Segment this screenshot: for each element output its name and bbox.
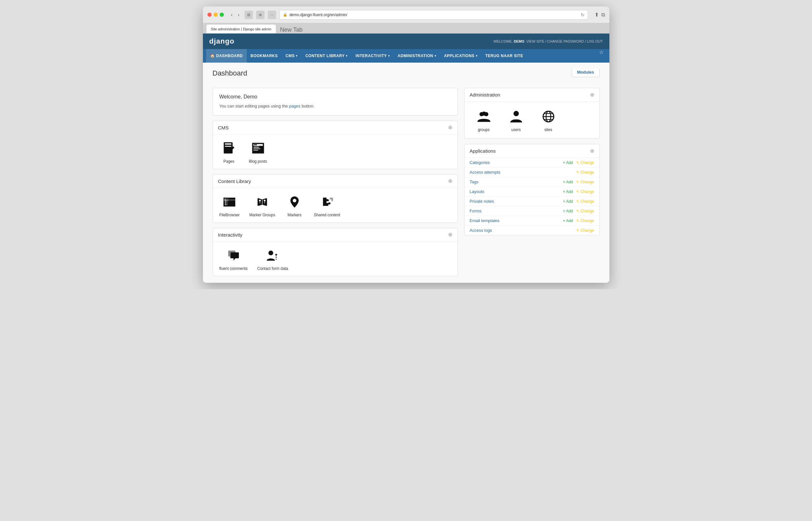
tab-title: Site administration | Django site admin <box>211 27 272 31</box>
nav-content-library[interactable]: CONTENT LIBRARY ▾ <box>302 49 352 63</box>
shared-content-icon-box <box>319 194 335 210</box>
applications-widget-close[interactable]: ⊗ <box>590 149 594 154</box>
app-add-categories[interactable]: + Add <box>563 160 573 165</box>
content-library-title: Content Library <box>218 179 251 184</box>
marker-groups-icon-item[interactable]: Marker Groups <box>249 194 275 217</box>
blog-posts-icon-box: NEWS <box>250 140 266 157</box>
welcome-title: Welcome, Demo <box>219 94 451 100</box>
nav-interactivity[interactable]: INTERACTIVITY ▾ <box>352 49 394 63</box>
app-add-private-notes[interactable]: + Add <box>563 199 573 204</box>
welcome-text-before: You can start editing pages using the <box>219 104 288 109</box>
pages-icon-box <box>221 140 237 157</box>
interactivity-close[interactable]: ⊗ <box>448 232 452 237</box>
forward-button[interactable]: › <box>236 11 241 19</box>
app-name-categories[interactable]: Categories <box>470 160 563 165</box>
svg-point-22 <box>259 200 261 201</box>
fluent-comments-icon-item[interactable]: fluent comments <box>219 247 248 271</box>
modules-button[interactable]: Modules <box>572 69 600 77</box>
app-change-private-notes[interactable]: ✎ Change <box>576 199 594 204</box>
app-change-layouts[interactable]: ✎ Change <box>576 189 594 194</box>
url-bar[interactable]: 🔒 demo.django-fluent.org/en/admin/ ↻ <box>279 10 588 20</box>
app-name-private-notes[interactable]: Private notes <box>470 199 563 204</box>
app-name-layouts[interactable]: Layouts <box>470 189 563 194</box>
new-tab-button[interactable]: New Tab <box>278 26 305 33</box>
app-name-email-templates[interactable]: Email templates <box>470 218 563 223</box>
users-icon <box>509 109 523 123</box>
app-add-tags[interactable]: + Add <box>563 180 573 184</box>
sites-icon-box <box>540 108 557 125</box>
star-icon[interactable]: ☆ <box>597 49 606 63</box>
administration-widget-close[interactable]: ⊗ <box>590 92 594 97</box>
shared-content-icon-item[interactable]: Shared content <box>314 194 340 217</box>
app-name-forms[interactable]: Forms <box>470 208 563 213</box>
interactivity-header: Interactivity ⊗ <box>213 228 457 242</box>
app-row: Access logs✎ Change <box>464 226 599 235</box>
admin-header: django WELCOME, DEMO. VIEW SITE / CHANGE… <box>203 33 610 49</box>
filebrowser-icon-item[interactable]: FileBrowser <box>219 194 240 217</box>
nav-terug[interactable]: TERUG NAAR SITE <box>481 49 527 63</box>
welcome-box: Welcome, Demo You can start editing page… <box>213 88 458 116</box>
sites-icon-item[interactable]: sites <box>539 108 558 132</box>
dashboard-layout: Welcome, Demo You can start editing page… <box>213 88 600 276</box>
admin-content: Modules Dashboard Welcome, Demo You can … <box>203 63 610 283</box>
change-password-link[interactable]: CHANGE PASSWORD <box>547 39 583 43</box>
app-actions-private-notes: + Add✎ Change <box>563 199 594 204</box>
fluent-comments-icon <box>226 248 241 263</box>
app-actions-access-attempts: ✎ Change <box>576 170 594 175</box>
filebrowser-icon <box>222 195 237 209</box>
administration-widget-title: Administration <box>470 92 500 97</box>
app-name-tags[interactable]: Tags <box>470 180 563 184</box>
pages-icon-item[interactable]: Pages <box>219 140 239 164</box>
markers-icon <box>287 195 302 209</box>
app-name-access-attempts[interactable]: Access attempts <box>470 170 576 175</box>
cms-section-close[interactable]: ⊗ <box>448 125 452 130</box>
svg-rect-2 <box>225 145 231 146</box>
share-button[interactable]: ⬆ <box>595 12 599 18</box>
app-add-email-templates[interactable]: + Add <box>563 219 573 223</box>
app-change-email-templates[interactable]: ✎ Change <box>576 219 594 223</box>
applications-dropdown-arrow: ▾ <box>476 54 478 58</box>
marker-groups-icon <box>255 195 269 209</box>
app-actions-forms: + Add✎ Change <box>563 209 594 213</box>
new-window-button[interactable]: ⧉ <box>601 12 605 18</box>
groups-icon-item[interactable]: groups <box>474 108 494 132</box>
contact-form-data-icon-item[interactable]: Contact form data <box>258 247 288 271</box>
users-icon-item[interactable]: users <box>506 108 526 132</box>
nav-cms[interactable]: CMS ▾ <box>282 49 302 63</box>
back-button[interactable]: ‹ <box>229 11 235 19</box>
close-button[interactable] <box>208 13 212 17</box>
app-change-tags[interactable]: ✎ Change <box>576 180 594 184</box>
content-library-close[interactable]: ⊗ <box>448 179 452 184</box>
app-row: Email templates+ Add✎ Change <box>464 216 599 226</box>
markers-icon-item[interactable]: Markers <box>285 194 304 217</box>
svg-rect-1 <box>225 143 231 144</box>
app-table: Categories+ Add✎ ChangeAccess attempts✎ … <box>464 158 599 235</box>
nav-bookmarks[interactable]: BOOKMARKS <box>247 49 282 63</box>
nav-administration[interactable]: ADMINISTRATION ▾ <box>394 49 440 63</box>
app-add-layouts[interactable]: + Add <box>563 189 573 194</box>
active-tab[interactable]: Site administration | Django site admin <box>206 24 277 33</box>
app-add-forms[interactable]: + Add <box>563 209 573 213</box>
sites-label: sites <box>544 128 552 132</box>
blog-posts-icon-item[interactable]: NEWS Blog posts <box>248 140 268 164</box>
applications-widget-header: Applications ⊗ <box>464 144 599 158</box>
app-change-categories[interactable]: ✎ Change <box>576 160 594 165</box>
maximize-button[interactable] <box>220 13 224 17</box>
browser-titlebar: ‹ › ⊞ ⊕ ··· 🔒 demo.django-fluent.org/en/… <box>203 6 610 23</box>
svg-point-28 <box>275 254 277 256</box>
view-site-link[interactable]: VIEW SITE <box>526 39 545 43</box>
pages-link[interactable]: pages <box>289 104 300 109</box>
content-library-section: Content Library ⊗ <box>213 174 458 223</box>
svg-point-24 <box>264 200 265 201</box>
minimize-button[interactable] <box>214 13 218 17</box>
log-out-link[interactable]: LOG OUT <box>587 39 603 43</box>
app-change-access-attempts[interactable]: ✎ Change <box>576 170 594 175</box>
reload-icon[interactable]: ↻ <box>581 12 584 18</box>
app-change-forms[interactable]: ✎ Change <box>576 209 594 213</box>
app-name-access-logs[interactable]: Access logs <box>470 228 576 233</box>
nav-applications[interactable]: APPLICATIONS ▾ <box>440 49 481 63</box>
content-library-dropdown-arrow: ▾ <box>346 54 348 58</box>
app-change-access-logs[interactable]: ✎ Change <box>576 228 594 233</box>
nav-dashboard[interactable]: 🏠 DASHBOARD <box>206 49 247 63</box>
groups-icon <box>477 109 491 123</box>
